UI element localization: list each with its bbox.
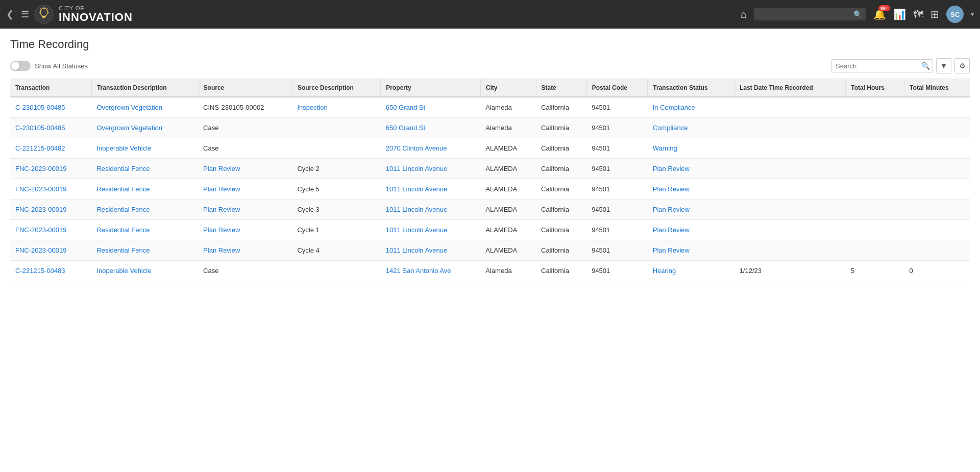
cell-link[interactable]: 1011 Lincoln Avenue xyxy=(386,226,447,234)
table-cell[interactable]: 1421 San Antonio Ave xyxy=(381,261,481,281)
table-cell xyxy=(734,179,846,200)
status-cell[interactable]: Compliance xyxy=(648,118,734,138)
cell-link[interactable]: Residential Fence xyxy=(96,185,150,193)
nav-right: ⌂ 🔍 🔔 99+ 📊 🗺 ⊞ SC ▾ xyxy=(741,6,974,23)
table-cell[interactable]: FNC-2023-00019 xyxy=(10,220,91,240)
cell-link[interactable]: Overgrown Vegetation xyxy=(96,124,162,132)
table-cell[interactable]: 650 Grand St xyxy=(381,118,481,138)
home-icon[interactable]: ⌂ xyxy=(741,9,747,20)
cell-link[interactable]: FNC-2023-00019 xyxy=(15,246,66,254)
map-icon[interactable]: 🗺 xyxy=(913,9,923,20)
table-cell: 94501 xyxy=(586,220,648,240)
cell-link[interactable]: Inoperable Vehicle xyxy=(96,267,151,275)
bar-chart-icon[interactable]: 📊 xyxy=(893,8,906,20)
column-settings-button[interactable]: ⚙ xyxy=(954,58,970,73)
table-cell[interactable]: Inoperable Vehicle xyxy=(91,138,198,159)
cell-link[interactable]: C-230105-00485 xyxy=(15,104,65,111)
table-cell[interactable]: 2070 Clinton Avenue xyxy=(381,138,481,159)
back-button[interactable]: ❮ xyxy=(6,9,14,20)
notification-button[interactable]: 🔔 99+ xyxy=(873,8,886,20)
table-cell[interactable]: C-221215-00483 xyxy=(10,261,91,281)
status-cell: Plan Review xyxy=(203,185,240,193)
cell-link[interactable]: Overgrown Vegetation xyxy=(96,104,162,111)
cell-link[interactable]: FNC-2023-00019 xyxy=(15,226,66,234)
table-cell[interactable]: Residential Fence xyxy=(91,220,198,240)
table-cell[interactable]: 650 Grand St xyxy=(381,97,481,118)
table-cell[interactable]: Residential Fence xyxy=(91,240,198,261)
table-row: C-221215-00482Inoperable VehicleCase2070… xyxy=(10,138,970,159)
table-cell[interactable]: 1011 Lincoln Avenue xyxy=(381,159,481,179)
status-cell[interactable]: Plan Review xyxy=(648,200,734,220)
table-cell[interactable]: 1011 Lincoln Avenue xyxy=(381,179,481,200)
cell-link[interactable]: 1011 Lincoln Avenue xyxy=(386,206,447,213)
table-cell[interactable]: C-230105-00485 xyxy=(10,97,91,118)
table-cell: ALAMEDA xyxy=(480,159,536,179)
table-cell[interactable]: 1011 Lincoln Avenue xyxy=(381,220,481,240)
table-cell[interactable]: FNC-2023-00019 xyxy=(10,200,91,220)
cell-link[interactable]: C-221215-00483 xyxy=(15,267,65,275)
table-cell xyxy=(734,118,846,138)
user-dropdown-arrow[interactable]: ▾ xyxy=(971,11,974,18)
user-avatar[interactable]: SC xyxy=(946,6,964,23)
table-cell[interactable]: 1011 Lincoln Avenue xyxy=(381,240,481,261)
cell-link[interactable]: Inoperable Vehicle xyxy=(96,144,151,152)
source-desc-cell[interactable]: Inspection xyxy=(292,97,380,118)
settings-icon: ⚙ xyxy=(959,62,966,70)
status-value: Warning xyxy=(653,144,677,152)
col-total-minutes: Total Minutes xyxy=(904,79,970,97)
table-cell[interactable]: Inoperable Vehicle xyxy=(91,261,198,281)
table-cell[interactable]: C-221215-00482 xyxy=(10,138,91,159)
cell-link[interactable]: 1421 San Antonio Ave xyxy=(386,267,451,275)
status-cell[interactable]: Plan Review xyxy=(648,179,734,200)
table-cell[interactable]: Residential Fence xyxy=(91,159,198,179)
table-cell[interactable]: Overgrown Vegetation xyxy=(91,97,198,118)
status-cell[interactable]: Plan Review xyxy=(648,220,734,240)
table-cell: Plan Review xyxy=(198,179,292,200)
col-property: Property xyxy=(381,79,481,97)
menu-icon[interactable]: ☰ xyxy=(21,9,29,20)
table-cell[interactable]: Residential Fence xyxy=(91,200,198,220)
cell-link[interactable]: C-221215-00482 xyxy=(15,144,65,152)
nav-search-box[interactable]: 🔍 xyxy=(754,8,866,20)
table-search-input[interactable] xyxy=(836,62,921,70)
cell-link[interactable]: Residential Fence xyxy=(96,226,150,234)
status-cell[interactable]: Plan Review xyxy=(648,240,734,261)
table-cell xyxy=(846,200,904,220)
cell-link[interactable]: FNC-2023-00019 xyxy=(15,185,66,193)
status-cell[interactable]: In Compliance xyxy=(648,97,734,118)
status-cell: Plan Review xyxy=(203,165,240,172)
source-desc-cell: Cycle 3 xyxy=(292,200,380,220)
cell-link[interactable]: FNC-2023-00019 xyxy=(15,206,66,213)
table-cell[interactable]: Residential Fence xyxy=(91,179,198,200)
table-cell[interactable]: Overgrown Vegetation xyxy=(91,118,198,138)
filter-button[interactable]: ▼ xyxy=(936,58,951,73)
status-cell[interactable]: Plan Review xyxy=(648,159,734,179)
cell-link[interactable]: 1011 Lincoln Avenue xyxy=(386,185,447,193)
table-cell xyxy=(904,220,970,240)
source-desc-link[interactable]: Inspection xyxy=(297,104,327,111)
table-row: FNC-2023-00019Residential FencePlan Revi… xyxy=(10,200,970,220)
cell-link[interactable]: 2070 Clinton Avenue xyxy=(386,144,447,152)
table-cell[interactable]: FNC-2023-00019 xyxy=(10,179,91,200)
svg-line-6 xyxy=(40,9,41,10)
cell-link[interactable]: Residential Fence xyxy=(96,206,150,213)
cell-link[interactable]: 650 Grand St xyxy=(386,124,425,132)
table-cell[interactable]: FNC-2023-00019 xyxy=(10,240,91,261)
nav-search-input[interactable] xyxy=(758,11,853,18)
table-cell[interactable]: FNC-2023-00019 xyxy=(10,159,91,179)
cell-link[interactable]: 1011 Lincoln Avenue xyxy=(386,246,447,254)
cell-link[interactable]: Residential Fence xyxy=(96,165,150,172)
cell-link[interactable]: C-230105-00485 xyxy=(15,124,65,132)
status-cell[interactable]: Warning xyxy=(648,138,734,159)
status-cell[interactable]: Hearing xyxy=(648,261,734,281)
table-search-bar[interactable]: 🔍 xyxy=(831,59,933,72)
col-total-hours: Total Hours xyxy=(846,79,904,97)
show-all-statuses-toggle[interactable] xyxy=(10,61,31,71)
cell-link[interactable]: 650 Grand St xyxy=(386,104,425,111)
table-cell[interactable]: 1011 Lincoln Avenue xyxy=(381,200,481,220)
cell-link[interactable]: Residential Fence xyxy=(96,246,150,254)
table-cell[interactable]: C-230105-00485 xyxy=(10,118,91,138)
grid-icon[interactable]: ⊞ xyxy=(930,8,939,20)
cell-link[interactable]: FNC-2023-00019 xyxy=(15,165,66,172)
cell-link[interactable]: 1011 Lincoln Avenue xyxy=(386,165,447,172)
